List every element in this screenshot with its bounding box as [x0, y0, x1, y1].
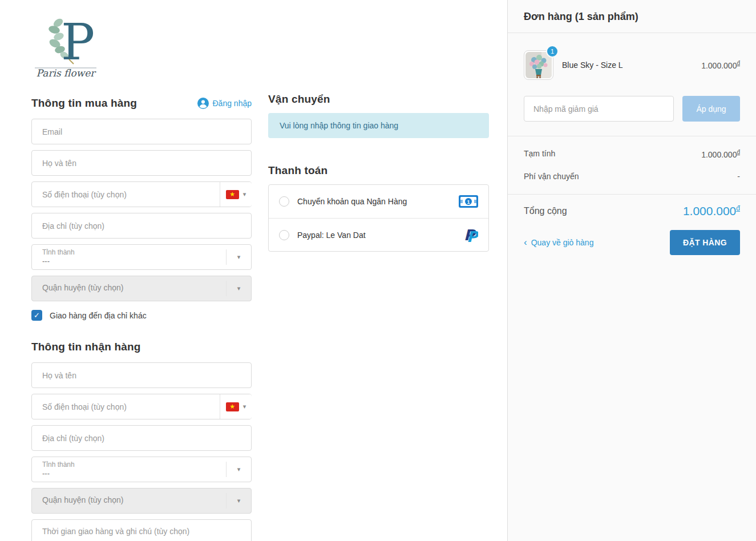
buyer-province-select[interactable]: Tỉnh thành --- ▾ — [31, 244, 252, 270]
chevron-down-icon: ▾ — [237, 498, 241, 504]
receiver-country-code-dropdown[interactable]: ★ ▾ — [220, 394, 252, 419]
receiver-province-select[interactable]: Tỉnh thành --- ▾ — [31, 457, 252, 482]
buyer-phone-input[interactable] — [31, 181, 252, 207]
receiver-district-select: Quận huyện (tùy chọn) ▾ — [31, 488, 252, 514]
coupon-code-input[interactable] — [524, 96, 674, 122]
chevron-left-icon: ‹ — [524, 237, 527, 247]
province-value: --- — [42, 257, 217, 265]
login-link[interactable]: Đăng nhập — [197, 98, 252, 109]
ship-other-address-checkbox[interactable]: ✓ Giao hàng đến địa chỉ khác — [31, 310, 252, 321]
divider — [508, 33, 756, 33]
payment-methods-box: Chuyển khoản qua Ngân Hàng 1 Paypal: Le … — [268, 184, 489, 252]
radio-button[interactable] — [279, 230, 289, 240]
chevron-down-icon: ▾ — [237, 254, 241, 260]
buyer-email-input[interactable] — [31, 119, 252, 144]
order-summary-panel: Đơn hàng (1 sản phẩm) — [507, 0, 756, 541]
receiver-section-title: Thông tin nhận hàng — [31, 341, 141, 353]
order-title: Đơn hàng (1 sản phẩm) — [524, 0, 740, 23]
ship-other-address-label: Giao hàng đến địa chỉ khác — [50, 311, 147, 320]
province-value: --- — [42, 469, 217, 478]
svg-text:1: 1 — [467, 199, 470, 205]
paris-flower-logo: P Paris flower — [27, 7, 107, 78]
shipping-section-title: Vận chuyển — [268, 93, 489, 106]
buyer-district-select: Quận huyện (tùy chọn) ▾ — [31, 276, 252, 301]
product-price: 1.000.000đ — [701, 60, 740, 70]
delivery-note-textarea[interactable] — [31, 519, 252, 541]
total-value: 1.000.000đ — [683, 204, 740, 218]
buyer-country-code-dropdown[interactable]: ★ ▾ — [220, 182, 252, 207]
district-placeholder: Quận huyện (tùy chọn) — [42, 492, 217, 504]
logo-initial: P — [61, 13, 95, 71]
currency-symbol: đ — [737, 149, 740, 155]
checkbox-checked-icon: ✓ — [31, 310, 42, 321]
total-label: Tổng cộng — [524, 206, 567, 216]
payment-method-paypal[interactable]: Paypal: Le Van Dat P P — [269, 218, 488, 251]
payment-method-label: Paypal: Le Van Dat — [297, 231, 455, 240]
province-label: Tỉnh thành — [42, 461, 217, 469]
checkout-main: P Paris flower Thông tin mua hàng Đăng n… — [0, 0, 507, 541]
buyer-name-input[interactable] — [31, 150, 252, 176]
subtotal-label: Tạm tính — [524, 149, 555, 159]
divider — [508, 194, 756, 195]
user-icon — [197, 98, 209, 109]
chevron-down-icon: ▾ — [243, 403, 246, 410]
divider — [508, 136, 756, 136]
receiver-address-input[interactable] — [31, 425, 252, 451]
district-placeholder: Quận huyện (tùy chọn) — [42, 280, 217, 292]
buyer-address-input[interactable] — [31, 213, 252, 239]
receiver-name-input[interactable] — [31, 362, 252, 388]
vietnam-flag-icon: ★ — [226, 402, 239, 411]
currency-symbol: đ — [736, 204, 740, 212]
subtotal-value: 1.000.000đ — [701, 149, 740, 159]
back-to-cart-label: Quay về giỏ hàng — [531, 238, 594, 247]
quantity-badge: 1 — [546, 45, 559, 58]
currency-symbol: đ — [737, 60, 740, 66]
receiver-phone-input[interactable] — [31, 394, 252, 419]
shipping-fee-label: Phí vận chuyển — [524, 172, 579, 181]
logo-brand-text: Paris flower — [37, 67, 97, 78]
place-order-button[interactable]: ĐẶT HÀNG — [670, 230, 740, 255]
shipping-notice: Vui lòng nhập thông tin giao hàng — [268, 113, 489, 138]
banknote-icon: 1 — [459, 195, 478, 208]
buyer-section-title: Thông tin mua hàng — [31, 97, 137, 110]
chevron-down-icon: ▾ — [237, 466, 241, 473]
paypal-icon: P P — [463, 227, 478, 244]
payment-method-bank-transfer[interactable]: Chuyển khoản qua Ngân Hàng 1 — [269, 185, 488, 218]
svg-text:P: P — [467, 228, 478, 244]
payment-section-title: Thanh toán — [268, 164, 489, 177]
product-name: Blue Sky - Size L — [562, 60, 701, 70]
radio-button[interactable] — [279, 196, 289, 207]
apply-coupon-button[interactable]: Áp dụng — [682, 96, 740, 122]
shipping-fee-value: - — [737, 172, 740, 181]
province-label: Tỉnh thành — [42, 248, 217, 257]
vietnam-flag-icon: ★ — [226, 190, 239, 199]
payment-method-label: Chuyển khoản qua Ngân Hàng — [297, 197, 451, 206]
login-label: Đăng nhập — [212, 99, 252, 108]
order-line-item: 1 Blue Sky - Size L 1.000.000đ — [524, 50, 740, 80]
chevron-down-icon: ▾ — [243, 191, 246, 197]
back-to-cart-link[interactable]: ‹ Quay về giỏ hàng — [524, 237, 593, 247]
chevron-down-icon: ▾ — [237, 285, 241, 292]
